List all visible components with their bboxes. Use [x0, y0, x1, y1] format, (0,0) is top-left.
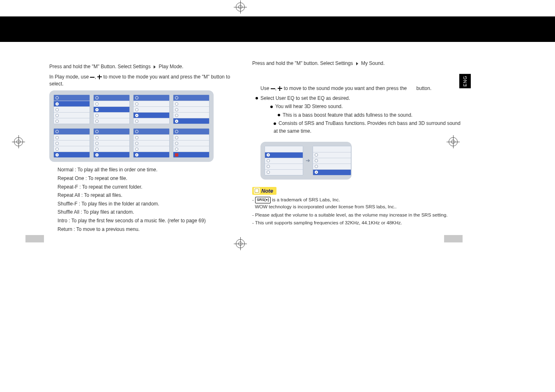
gear-icon [95, 130, 99, 133]
return-icon [175, 153, 178, 157]
gear-icon [55, 96, 59, 99]
radio-icon [135, 120, 138, 123]
screen-thumb [53, 128, 90, 158]
note-block: Note - SRS(●) is a trademark of SRS Labs… [252, 187, 463, 227]
registration-mark-bottom [234, 239, 246, 251]
arrow-right-icon: ➔ [306, 157, 310, 164]
bullet-icon [270, 106, 273, 108]
mode-desc: To repeat all files. [84, 192, 122, 198]
radio-icon [135, 102, 138, 106]
radio-icon [135, 148, 138, 151]
bullet-icon [274, 122, 276, 125]
gear-icon [175, 96, 178, 99]
radio-icon [95, 136, 99, 139]
mode-label: Shuffle All [58, 209, 79, 215]
srs-logo-icon: SRS(●) [255, 197, 271, 203]
page-number-box [25, 235, 44, 242]
right-step1-prefix: Press and hold the "M" button. Select Se… [252, 60, 353, 66]
radio-icon [267, 159, 270, 162]
right-page: ENG Press and hold the "M" button. Selec… [252, 16, 463, 247]
radio-icon [55, 148, 59, 151]
right-screens-panel: ➔ [260, 142, 352, 180]
radio-icon [55, 108, 59, 111]
mode-label: Repeat-F [58, 184, 78, 190]
minus-icon [271, 88, 275, 89]
screen-thumb [173, 128, 210, 158]
radio-icon [55, 136, 59, 139]
right-step1: Press and hold the "M" button. Select Se… [252, 60, 463, 67]
screen-thumb [313, 146, 351, 175]
right-step2: Use , to move to the sound mode you want… [260, 85, 463, 92]
registration-mark-left [12, 137, 25, 150]
radio-icon [175, 108, 178, 111]
radio-icon [135, 142, 138, 145]
left-step2-mid: , [94, 74, 97, 80]
right-step2-tail: button. [417, 85, 432, 91]
right-step1-suffix: My Sound. [361, 60, 385, 66]
mode-desc: To repeat the current folder. [82, 184, 143, 190]
left-screens-panel [49, 90, 214, 162]
note-text: is a trademark of SRS Labs, Inc. [271, 197, 340, 202]
left-step1-suffix: Play Mode. [159, 64, 183, 69]
screens-row-2 [53, 128, 210, 158]
gear-icon [175, 130, 178, 133]
left-step2-prefix: In Play mode, use [49, 74, 90, 80]
bullet-icon [278, 114, 280, 116]
radio-icon [175, 148, 178, 151]
screen-thumb [265, 146, 303, 175]
mode-label: Return [58, 226, 72, 232]
radio-on-icon [175, 120, 178, 123]
radio-icon [175, 136, 178, 139]
radio-icon [267, 165, 270, 168]
left-step1: Press and hold the "M" Button. Select Se… [49, 63, 236, 70]
screen-thumb [93, 128, 130, 158]
right-step2-prefix: Use [260, 85, 271, 91]
right-step2-suffix: to move to the sound mode you want and t… [284, 85, 407, 91]
radio-on-icon [135, 153, 138, 157]
mode-label: Shuffle-F [58, 201, 77, 207]
gear-icon [55, 130, 59, 133]
mode-label: Intro [58, 218, 67, 224]
mode-desc: To play files at random. [83, 209, 134, 215]
radio-on-icon [135, 114, 138, 117]
mode-desc: To repeat one file. [88, 175, 127, 181]
gear-icon [95, 96, 99, 99]
chevron-right-icon [356, 62, 358, 65]
radio-icon [95, 120, 99, 123]
bullet-icon [256, 97, 258, 99]
radio-icon [95, 102, 99, 106]
radio-icon [175, 114, 178, 117]
radio-on-icon [55, 102, 59, 106]
radio-on-icon [267, 153, 270, 157]
radio-icon [175, 102, 178, 106]
mode-label: Normal [58, 167, 74, 173]
radio-icon [175, 142, 178, 145]
radio-icon [135, 136, 138, 139]
def-desc: Consists of SRS and TruBass functions. P… [274, 120, 461, 134]
right-step2-mid: , [275, 85, 278, 91]
mode-label: Repeat One [58, 175, 84, 181]
radio-icon [55, 120, 59, 123]
radio-icon [95, 148, 99, 151]
plus-icon [97, 75, 102, 79]
mode-desc: To play the first few seconds of a music… [71, 218, 206, 224]
note-badge: Note [252, 187, 276, 195]
mode-desc: To play all the files in order one time. [77, 167, 157, 173]
gear-icon [135, 96, 138, 99]
screens-row-1 [53, 95, 210, 124]
left-page: Press and hold the "M" Button. Select Se… [25, 16, 236, 247]
left-step2: In Play mode, use , to move to the mode … [49, 74, 236, 88]
screen-thumb [133, 128, 170, 158]
def-desc: Select User EQ to set the EQ as desired. [260, 95, 350, 101]
def-desc: This is a bass boost feature that adds f… [283, 112, 412, 118]
screen-thumb [53, 95, 90, 124]
mode-desc: To play files in the folder at random. [81, 201, 159, 207]
radio-icon [135, 108, 138, 111]
radio-icon [95, 142, 99, 145]
radio-icon [95, 114, 99, 117]
radio-icon [267, 171, 270, 174]
note-icon [254, 188, 260, 194]
chevron-right-icon [154, 65, 156, 69]
radio-icon [55, 142, 59, 145]
registration-mark-top [234, 2, 246, 15]
